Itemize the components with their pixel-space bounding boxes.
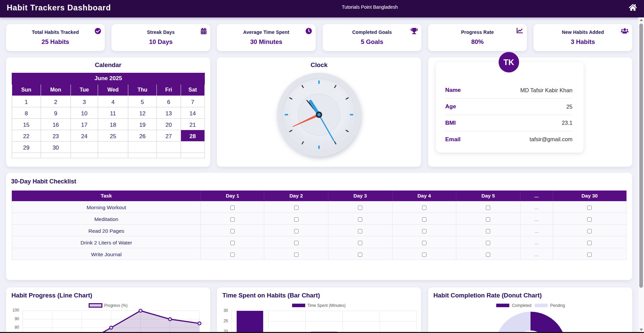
svg-text:25: 25: [224, 319, 228, 323]
svg-text:Completed: Completed: [512, 303, 531, 308]
svg-text:Time Spent (Minutes): Time Spent (Minutes): [307, 303, 346, 308]
svg-text:30: 30: [224, 308, 228, 313]
svg-text:80: 80: [15, 325, 19, 329]
svg-text:Pending: Pending: [550, 303, 565, 308]
svg-text:90: 90: [15, 316, 19, 321]
svg-text:100: 100: [12, 308, 19, 313]
svg-text:Progress (%): Progress (%): [104, 303, 128, 308]
